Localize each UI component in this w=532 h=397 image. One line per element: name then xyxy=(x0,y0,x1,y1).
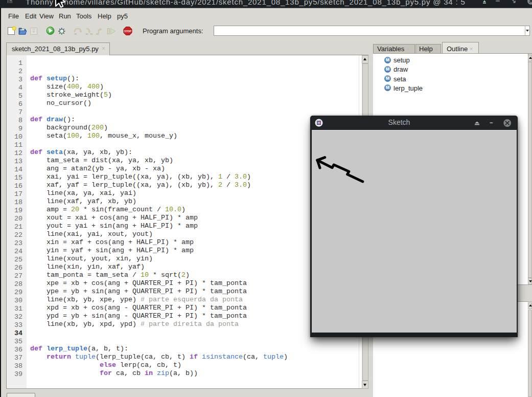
svg-text:STOP: STOP xyxy=(124,30,132,33)
